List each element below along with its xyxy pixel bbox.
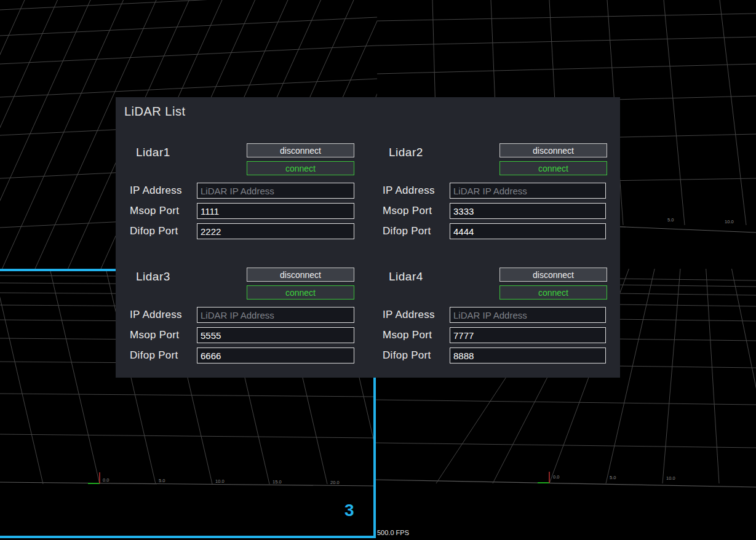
lidar4-ip-input[interactable] — [450, 307, 606, 323]
lidar3-name: Lidar3 — [136, 270, 170, 284]
lidar3-difop-label: Difop Port — [130, 349, 178, 362]
lidar1-difop-input[interactable] — [197, 223, 354, 239]
lidar3-msop-label: Msop Port — [130, 329, 179, 341]
lidar3-msop-input[interactable] — [197, 327, 354, 343]
lidar3-difop-input[interactable] — [197, 347, 354, 363]
grid-coordinate-label: 10.0 — [666, 475, 675, 481]
lidar3-ip-input[interactable] — [197, 307, 354, 323]
lidar1-msop-label: Msop Port — [130, 205, 179, 217]
grid-coordinate-label: 5.0 — [159, 478, 165, 483]
lidar3-disconnect-button[interactable]: disconnect — [247, 268, 354, 282]
main-window: 5.010.0 0.05.010.015.020.0 0.05.010.0 3 … — [0, 0, 756, 540]
lidar1-section: Lidar1 disconnect connect IP Address Mso… — [129, 141, 375, 246]
lidar1-ip-input[interactable] — [197, 183, 354, 199]
lidar2-msop-input[interactable] — [450, 203, 606, 219]
lidar2-disconnect-button[interactable]: disconnect — [499, 143, 607, 157]
grid-coordinate-label: 10.0 — [215, 478, 225, 484]
grid-coordinate-label: 5.0 — [667, 217, 674, 223]
lidar2-difop-input[interactable] — [450, 223, 606, 239]
lidar1-msop-input[interactable] — [197, 203, 354, 219]
origin-axis-marker — [88, 472, 100, 483]
lidar3-ip-label: IP Address — [130, 309, 182, 321]
lidar1-ip-label: IP Address — [130, 185, 182, 197]
lidar4-msop-input[interactable] — [450, 327, 606, 343]
lidar2-difop-label: Difop Port — [383, 225, 431, 237]
lidar4-difop-input[interactable] — [450, 347, 606, 363]
dialog-title: LiDAR List — [124, 105, 185, 119]
lidar4-section: Lidar4 disconnect connect IP Address Mso… — [382, 266, 628, 370]
lidar2-name: Lidar2 — [389, 146, 423, 159]
lidar3-section: Lidar3 disconnect connect IP Address Mso… — [129, 266, 375, 370]
lidar1-disconnect-button[interactable]: disconnect — [247, 143, 354, 157]
lidar1-name: Lidar1 — [136, 146, 170, 159]
lidar4-name: Lidar4 — [389, 270, 423, 284]
lidar4-disconnect-button[interactable]: disconnect — [499, 268, 607, 282]
grid-coordinate-label: 20.0 — [330, 480, 340, 485]
grid-coordinate-label: 5.0 — [610, 475, 616, 480]
lidar2-section: Lidar2 disconnect connect IP Address Mso… — [382, 141, 628, 246]
lidar4-connect-button[interactable]: connect — [499, 285, 607, 300]
lidar-list-dialog: LiDAR List Lidar1 disconnect connect IP … — [116, 97, 620, 378]
grid-coordinate-label: 0.0 — [103, 477, 109, 483]
active-viewport-number: 3 — [344, 501, 354, 520]
lidar4-msop-label: Msop Port — [383, 329, 432, 341]
grid-coordinate-label: 10.0 — [725, 219, 734, 224]
lidar2-ip-input[interactable] — [450, 183, 606, 199]
lidar3-connect-button[interactable]: connect — [247, 285, 354, 300]
lidar1-connect-button[interactable]: connect — [247, 161, 354, 175]
lidar2-msop-label: Msop Port — [383, 205, 432, 217]
lidar4-ip-label: IP Address — [383, 309, 435, 321]
lidar2-ip-label: IP Address — [383, 185, 435, 197]
grid-coordinate-label: 0.0 — [553, 474, 559, 480]
grid-coordinate-label: 15.0 — [273, 479, 282, 485]
origin-axis-marker — [538, 472, 549, 483]
fps-counter: 500.0 FPS — [377, 529, 409, 536]
lidar4-difop-label: Difop Port — [383, 349, 431, 362]
lidar2-connect-button[interactable]: connect — [499, 161, 607, 175]
lidar1-difop-label: Difop Port — [130, 225, 178, 237]
